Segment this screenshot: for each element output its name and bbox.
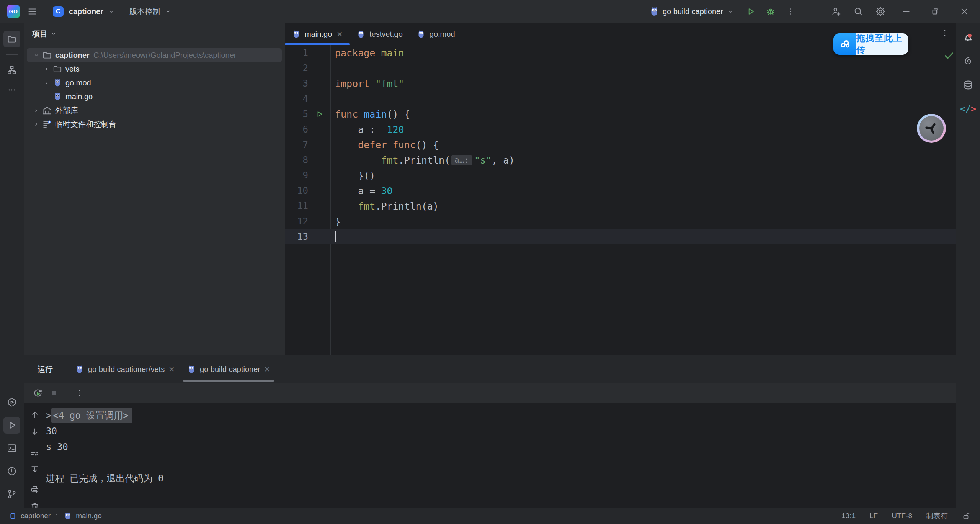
run-config-name[interactable]: go build captioner	[663, 7, 723, 16]
rerun-button[interactable]	[31, 386, 45, 400]
breadcrumb-file[interactable]: main.go	[76, 512, 102, 520]
code-token	[375, 47, 381, 59]
project-name[interactable]: captioner	[69, 7, 103, 16]
project-panel-title[interactable]: 项目	[32, 29, 47, 39]
code-token: main	[364, 109, 387, 120]
soft-wrap-button[interactable]	[28, 446, 41, 459]
code-line[interactable]: 7 defer func() {	[285, 137, 956, 152]
run-icon	[6, 419, 18, 431]
tree-item-临时文件和控制台[interactable]: 临时文件和控制台	[27, 117, 282, 131]
console-text	[46, 457, 51, 468]
close-tab-icon[interactable]: ✕	[168, 365, 175, 374]
scroll-end-button[interactable]	[28, 463, 41, 476]
editor-tab-go.mod[interactable]: go.mod	[410, 23, 462, 45]
line-number: 12	[285, 216, 308, 227]
settings-button[interactable]	[872, 3, 889, 20]
code-token: .Println(	[399, 155, 450, 166]
file-encoding[interactable]: UTF-8	[892, 512, 912, 520]
editor-tab-main.go[interactable]: main.go✕	[285, 23, 350, 45]
code-line[interactable]: 9 }()	[285, 168, 956, 183]
notifications-button[interactable]	[960, 29, 977, 46]
tab-options-button[interactable]	[940, 28, 949, 38]
project-tool-button[interactable]	[3, 31, 20, 47]
chevron-right-icon[interactable]	[31, 121, 41, 127]
run-line-icon[interactable]	[308, 110, 330, 119]
chevron-right-icon[interactable]	[31, 107, 41, 113]
database-button[interactable]	[960, 77, 977, 93]
chevron-down-icon[interactable]	[165, 8, 172, 15]
debug-button[interactable]	[762, 3, 779, 20]
unlock-icon[interactable]	[962, 511, 971, 521]
search-everywhere-button[interactable]	[850, 3, 867, 20]
tree-item-vets[interactable]: vets	[27, 62, 282, 76]
tree-item-外部库[interactable]: 外部库	[27, 103, 282, 117]
stop-button[interactable]	[47, 386, 61, 400]
code-line[interactable]: 12}	[285, 214, 956, 229]
tree-item-main.go[interactable]: main.go	[27, 90, 282, 103]
vcs-widget[interactable]: 版本控制	[129, 7, 160, 17]
minimize-button[interactable]	[894, 0, 918, 23]
close-button[interactable]	[952, 0, 976, 23]
run-tab-1[interactable]: go build captioner/vets✕	[69, 355, 181, 383]
endpoints-button[interactable]: </>	[960, 100, 977, 117]
close-icon	[959, 7, 969, 16]
code-token: () {	[387, 109, 410, 120]
tree-item-label: 外部库	[55, 105, 78, 116]
inspection-ok-icon[interactable]	[943, 50, 955, 61]
code-line[interactable]: 4	[285, 91, 956, 106]
run-panel-title[interactable]: 运行	[38, 364, 53, 375]
tree-item-captioner[interactable]: captionerC:\Users\meowr\GolandProjects\c…	[27, 48, 282, 62]
code-text: defer func() {	[330, 139, 439, 151]
console-line: 进程 已完成，退出代码为 0	[46, 470, 163, 486]
print-button[interactable]	[28, 483, 41, 496]
run-tool-button[interactable]	[3, 417, 20, 434]
code-line[interactable]: 11 fmt.Println(a)	[285, 198, 956, 214]
more-actions-button[interactable]	[782, 3, 799, 20]
caret-position[interactable]: 13:1	[841, 512, 856, 520]
down-button[interactable]	[28, 425, 41, 438]
run-button[interactable]	[742, 3, 759, 20]
git-tool-button[interactable]	[3, 486, 20, 503]
line-separator[interactable]: LF	[869, 512, 878, 520]
code-line[interactable]: 13	[285, 229, 956, 244]
code-line[interactable]: 5func main() {	[285, 106, 956, 122]
editor-tab-testvet.go[interactable]: testvet.go	[350, 23, 410, 45]
up-button[interactable]	[28, 408, 41, 421]
code-line[interactable]: 10 a = 30	[285, 183, 956, 198]
chevron-down-icon[interactable]	[727, 8, 734, 15]
indent-style[interactable]: 制表符	[926, 511, 948, 521]
chevron-right-icon[interactable]	[42, 66, 52, 72]
netdisk-upload-overlay[interactable]: 拖拽至此上传	[833, 33, 908, 55]
code-line[interactable]: 2	[285, 61, 956, 76]
main-menu-button[interactable]	[24, 3, 41, 20]
more-tool-windows-button[interactable]	[3, 82, 20, 98]
code-with-me-button[interactable]	[828, 3, 844, 20]
problems-tool-button[interactable]	[3, 463, 20, 480]
tree-item-go.mod[interactable]: go.mod	[27, 76, 282, 90]
code-line[interactable]: 6 a := 120	[285, 122, 956, 137]
chevron-right-icon[interactable]	[42, 80, 52, 86]
project-panel: 项目 captionerC:\Users\meowr\GolandProject…	[24, 23, 285, 355]
console-more-button[interactable]	[72, 386, 87, 400]
floating-widget[interactable]	[917, 114, 946, 143]
restore-button[interactable]	[923, 0, 947, 23]
ai-assistant-button[interactable]	[960, 53, 977, 70]
terminal-tool-button[interactable]	[3, 440, 20, 457]
breadcrumb-project[interactable]: captioner	[21, 512, 51, 520]
close-tab-icon[interactable]: ✕	[264, 365, 270, 374]
run-tab-2[interactable]: go build captioner✕	[181, 355, 276, 383]
console-output[interactable]: ><4 go 设置调用>30s 30 进程 已完成，退出代码为 0	[46, 403, 163, 508]
console-line	[46, 455, 163, 470]
close-tab-icon[interactable]: ✕	[336, 30, 343, 39]
ai-icon	[962, 56, 974, 67]
code-editor[interactable]: 1package main23import "fmt"45func main()…	[285, 45, 956, 355]
structure-tool-button[interactable]	[3, 62, 20, 79]
expand-chevron[interactable]: >	[46, 410, 51, 421]
services-icon	[7, 397, 17, 408]
chevron-down-icon[interactable]	[108, 8, 115, 15]
chevron-down-icon[interactable]	[31, 52, 41, 58]
code-line[interactable]: 8 fmt.Println(a…:"s", a)	[285, 152, 956, 168]
services-tool-button[interactable]	[3, 394, 20, 411]
code-line[interactable]: 3import "fmt"	[285, 76, 956, 91]
chevron-down-icon[interactable]	[51, 31, 57, 37]
